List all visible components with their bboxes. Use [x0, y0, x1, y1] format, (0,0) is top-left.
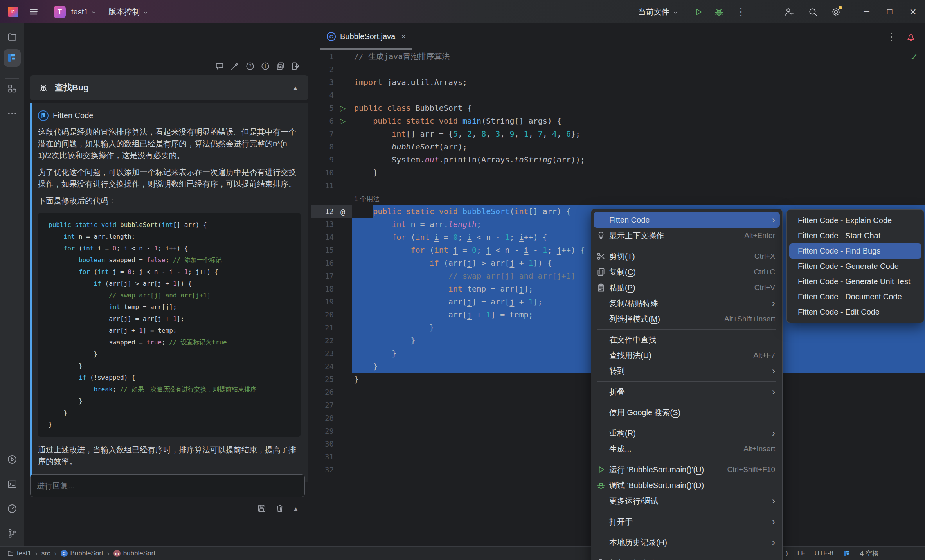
settings-gear-icon[interactable] — [831, 7, 841, 17]
collapse-icon[interactable]: ▲ — [292, 85, 298, 91]
run-configuration-selector[interactable]: 当前文件 — [638, 7, 678, 17]
editor-line-4[interactable]: 4 — [311, 89, 925, 102]
suggested-code-block: public static void bubbleSort(int[] arr)… — [38, 213, 301, 437]
menu-item[interactable]: 转到› — [594, 363, 780, 379]
chat-code-line: // swap arr[j] and arr[j+1] — [49, 290, 297, 301]
bug-icon — [38, 83, 49, 93]
status-item[interactable]: UTF-8 — [815, 549, 833, 557]
submenu-item[interactable]: Fitten Code - Find Bugs — [789, 243, 921, 259]
menu-item[interactable]: 剪切(T)Ctrl+X — [594, 248, 780, 264]
debug-button[interactable] — [714, 7, 724, 17]
menu-item[interactable]: 与剪贴板比较(B) — [594, 555, 780, 560]
line-number: 5 — [311, 102, 334, 115]
submenu-item[interactable]: Fitten Code - Start Chat — [789, 228, 921, 243]
breadcrumb-bubbleSort[interactable]: mbubbleSort — [113, 549, 155, 557]
run-button[interactable] — [693, 7, 704, 17]
editor-line-1[interactable]: 1// 生成java冒泡排序算法 — [311, 50, 925, 63]
maximize-button[interactable]: □ — [887, 7, 892, 17]
run-gutter-icon[interactable]: ▷ — [334, 115, 352, 128]
submenu-item[interactable]: Fitten Code - Document Code — [789, 289, 921, 304]
wand-icon[interactable] — [230, 61, 240, 71]
menu-item[interactable]: 生成...Alt+Insert — [594, 441, 780, 457]
more-actions-icon[interactable]: ⋮ — [736, 6, 746, 18]
tab-bubblesort-java[interactable]: C BubbleSort.java × — [320, 23, 412, 50]
submenu-item[interactable]: Fitten Code - Generate Code — [789, 259, 921, 274]
menu-item[interactable]: 重构(R)› — [594, 425, 780, 441]
menu-item[interactable]: 列选择模式(M)Alt+Shift+Insert — [594, 311, 780, 327]
find-bugs-header[interactable]: 查找Bug ▲ — [30, 75, 308, 100]
breadcrumb-src[interactable]: src — [41, 549, 50, 557]
menu-item[interactable]: 查找用法(U)Alt+F7 — [594, 348, 780, 363]
structure-tool-icon[interactable] — [7, 83, 18, 94]
comment-icon[interactable] — [214, 61, 225, 71]
editor-line-9[interactable]: 9 System.out.println(Arrays.toString(arr… — [311, 153, 925, 166]
activity-bar — [0, 23, 24, 546]
copy-close-icon[interactable] — [275, 61, 286, 71]
editor-line-8[interactable]: 8 bubbleSort(arr); — [311, 140, 925, 153]
editor-line-2[interactable]: 2 — [311, 63, 925, 76]
help-icon[interactable]: ? — [245, 61, 255, 71]
line-number: 13 — [311, 218, 334, 231]
profiler-tool-icon[interactable] — [7, 503, 18, 514]
menu-item[interactable]: 在文件中查找 — [594, 332, 780, 348]
svg-text:?: ? — [249, 63, 252, 69]
main-menu-icon[interactable] — [29, 7, 39, 17]
menu-item[interactable]: 复制(C)Ctrl+C — [594, 264, 780, 280]
more-tools-icon[interactable] — [7, 108, 18, 119]
collapse-input-icon[interactable]: ▲ — [293, 505, 299, 512]
editor-line-3[interactable]: 3import java.util.Arrays; — [311, 76, 925, 89]
save-icon[interactable] — [257, 503, 267, 513]
menu-item[interactable]: 更多运行/调试› — [594, 493, 780, 509]
fitten-code-icon — [40, 112, 47, 119]
fitten-code-status-icon[interactable] — [843, 549, 851, 557]
tab-title: BubbleSort.java — [340, 32, 395, 41]
menu-item[interactable]: Fitten Code› — [594, 212, 780, 228]
menu-item[interactable]: 打开于› — [594, 514, 780, 529]
submenu-item[interactable]: Fitten Code - Generate Unit Test — [789, 274, 921, 289]
editor-line-11[interactable]: 11 — [311, 179, 925, 192]
status-item[interactable]: 4 空格 — [860, 549, 879, 558]
menu-item[interactable]: 折叠› — [594, 384, 780, 400]
status-item[interactable]: ) — [786, 549, 788, 557]
project-switcher[interactable]: test1 — [71, 7, 97, 16]
search-everywhere-icon[interactable] — [808, 7, 818, 17]
status-item[interactable]: LF — [797, 549, 805, 557]
vcs-widget[interactable]: 版本控制 — [108, 7, 148, 17]
menu-item[interactable]: 复制/粘贴特殊› — [594, 295, 780, 311]
menu-item[interactable]: 本地历史记录(H)› — [594, 535, 780, 550]
editor-line-10[interactable]: 10 } — [311, 166, 925, 179]
panel-title: 查找Bug — [55, 82, 292, 94]
reply-input[interactable] — [30, 474, 305, 497]
menu-item[interactable]: 粘贴(P)Ctrl+V — [594, 280, 780, 295]
usages-inlay-row[interactable]: 1 个用法 — [311, 192, 925, 205]
menu-item[interactable]: 调试 'BubbleSort.main()'(D) — [594, 477, 780, 493]
submenu-item[interactable]: Fitten Code - Edit Code — [789, 304, 921, 320]
fitten-code-tool-active[interactable] — [4, 49, 21, 67]
gutter-marker[interactable]: @ — [334, 205, 352, 218]
git-tool-icon[interactable] — [7, 528, 18, 539]
editor-line-5[interactable]: 5▷public class BubbleSort { — [311, 102, 925, 115]
notifications-bell-icon[interactable] — [905, 31, 916, 42]
close-tab-icon[interactable]: × — [401, 32, 406, 41]
breadcrumb-BubbleSort[interactable]: CBubbleSort — [61, 549, 103, 557]
menu-item[interactable]: 使用 Google 搜索(S) — [594, 405, 780, 420]
menu-item[interactable]: 显示上下文操作Alt+Enter — [594, 228, 780, 243]
run-tool-icon[interactable] — [7, 454, 18, 465]
project-tool-icon[interactable] — [7, 31, 18, 42]
trash-icon[interactable] — [275, 503, 285, 513]
breadcrumb-test1[interactable]: test1 — [7, 549, 31, 557]
run-gutter-icon[interactable]: ▷ — [334, 102, 352, 115]
menu-item[interactable]: 运行 'BubbleSort.main()'(U)Ctrl+Shift+F10 — [594, 462, 780, 477]
project-avatar[interactable]: T — [54, 6, 66, 18]
submenu-item[interactable]: Fitten Code - Explain Code — [789, 213, 921, 228]
close-button[interactable]: × — [909, 5, 916, 18]
code-with-me-icon[interactable] — [784, 7, 794, 17]
editor-line-7[interactable]: 7 int[] arr = {5, 2, 8, 3, 9, 1, 7, 4, 6… — [311, 128, 925, 140]
exit-panel-icon[interactable] — [291, 61, 301, 71]
line-number: 8 — [311, 140, 334, 153]
tab-options-icon[interactable]: ⋮ — [887, 31, 896, 42]
info-icon[interactable]: i — [260, 61, 270, 71]
terminal-tool-icon[interactable] — [7, 479, 18, 490]
editor-line-6[interactable]: 6▷ public static void main(String[] args… — [311, 115, 925, 128]
minimize-button[interactable]: − — [863, 5, 870, 18]
